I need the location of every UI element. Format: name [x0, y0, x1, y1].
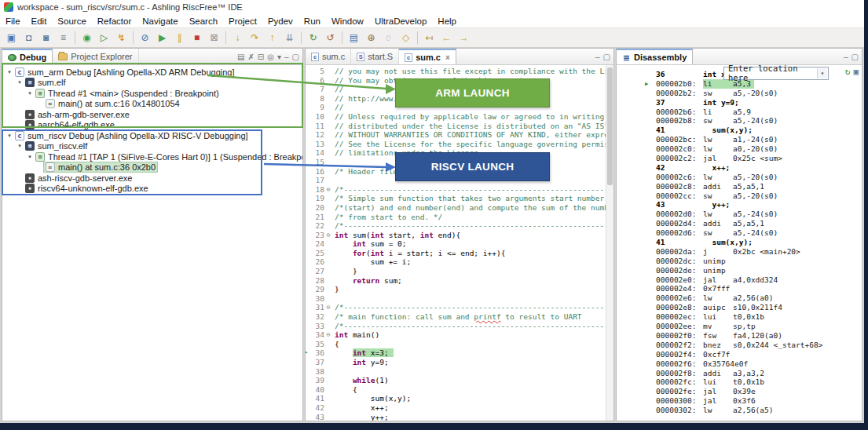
editor-line[interactable]: 27 } — [306, 267, 613, 276]
tab-project-explorer[interactable]: Project Explorer — [53, 49, 138, 64]
editor-line[interactable]: 30 — [306, 294, 613, 304]
editor-tab-start-S[interactable]: Sstart.S — [351, 49, 399, 64]
back-button[interactable]: ← — [438, 30, 455, 46]
disassembly-instruction-row[interactable]: 000002d0:lwa5,-24(s0) — [617, 210, 862, 219]
location-input[interactable]: Enter location here ▾ — [723, 67, 829, 80]
disassembly-instruction-row[interactable]: 000002dc:unimp — [617, 257, 862, 266]
disassembly-instruction-row[interactable]: 000002f8:addia3,a3,2 — [617, 369, 862, 378]
editor-scrollbar[interactable] — [606, 65, 613, 421]
step-return-button[interactable]: ↑ — [264, 30, 280, 46]
menu-file[interactable]: File — [0, 14, 26, 27]
menu-refactor[interactable]: Refactor — [92, 14, 137, 27]
editor-line[interactable]: 12// WITHOUT WARRANTIES OR CONDITIONS OF… — [306, 130, 613, 140]
menu-search[interactable]: Search — [184, 14, 223, 27]
build-button[interactable]: ⊕ — [363, 30, 379, 46]
save-button[interactable]: ◘ — [20, 30, 37, 46]
debug-tree-item[interactable]: ▪aarch64-elf-gdb.exe — [2, 120, 302, 131]
disassembly-instruction-row[interactable]: 00000302:lwa2,56(a5) — [617, 406, 862, 415]
maximize-icon[interactable]: ▢ — [852, 53, 859, 61]
disassembly-instruction-row[interactable]: 000002b6:lia5,9 — [617, 108, 862, 117]
close-icon[interactable]: × — [445, 53, 450, 62]
minimize-icon[interactable]: – — [284, 53, 289, 61]
debug-tree-item[interactable]: ▾▦sum.elf — [2, 78, 302, 89]
fold-collapse-icon[interactable]: ⊖ — [324, 231, 332, 240]
menu-project[interactable]: Project — [223, 14, 262, 27]
editor-line[interactable]: 42 x++; — [306, 403, 613, 413]
debug-tree-item[interactable]: ▾▦sum_riscv.elf — [2, 141, 302, 152]
expander-icon[interactable]: ▾ — [5, 69, 13, 75]
debug-tree-item[interactable]: ≡main() at sum.c:16 0x14801054 — [2, 99, 302, 110]
resume-button[interactable]: ▶ — [154, 30, 170, 46]
disassembly-source-row[interactable]: 41 sum(x,y); — [617, 238, 862, 247]
disassembly-instruction-row[interactable]: 000002e4:0x7fff — [617, 284, 862, 293]
suspend-button[interactable]: ∥ — [171, 30, 188, 46]
restart-button[interactable]: ↻ — [305, 30, 321, 46]
disassembly-instruction-row[interactable]: 000002e0:jala4,0xdd324 — [617, 275, 862, 285]
flash-programmer-button[interactable]: ↯ — [113, 30, 130, 46]
collapse-all-icon[interactable]: ⊟ — [258, 53, 264, 61]
editor-tab-sum-c[interactable]: csum.c× — [399, 49, 456, 64]
editor-line[interactable]: 18⊖/*-----------------------------------… — [306, 185, 613, 195]
forward-button[interactable]: → — [456, 30, 472, 46]
expander-icon[interactable]: ▾ — [26, 90, 34, 97]
editor-line[interactable]: 25 for(int i = start; i <= end; i++){ — [306, 249, 613, 258]
menu-pydev[interactable]: Pydev — [262, 14, 298, 27]
chevron-down-icon[interactable]: ▾ — [817, 68, 827, 78]
disassembly-source-row[interactable]: 42 x++; — [617, 163, 862, 173]
step-over-button[interactable]: ↷ — [247, 30, 263, 46]
fold-collapse-icon[interactable]: ⊖ — [324, 330, 332, 340]
step-into-button[interactable]: ↓ — [229, 30, 246, 46]
editor-line[interactable]: 11// distributed under the License is di… — [306, 122, 613, 131]
menu-edit[interactable]: Edit — [26, 14, 53, 27]
save-all-button[interactable]: ◙ — [38, 30, 54, 46]
disassembly-instruction-row[interactable]: 000002f2:bnezs0,0x244 <_start+68> — [617, 341, 862, 350]
debug-tree-item[interactable]: ▪ash-riscv-gdb-server.exe — [2, 173, 302, 184]
menu-help[interactable]: Help — [432, 14, 462, 27]
disassembly-instruction-row[interactable]: 000002f0:fswfa4,120(a0) — [617, 331, 862, 341]
disassembly-instruction-row[interactable]: 000002ec:luit0,0x1b — [617, 312, 862, 322]
disassembly-instruction-row[interactable]: 000002c8:addia5,a5,1 — [617, 182, 862, 191]
disassembly-instruction-row[interactable]: 000002c6:lwa5,-20(s0) — [617, 173, 862, 182]
expander-icon[interactable]: ▾ — [16, 143, 24, 149]
debug-button[interactable]: ◉ — [79, 30, 95, 46]
editor-line[interactable]: 20/*(start) and end number(end) and comp… — [306, 203, 613, 213]
refresh-icon[interactable]: ↻ — [845, 67, 851, 77]
show-type-names-icon[interactable]: ▤ — [237, 53, 244, 61]
editor-line[interactable]: 39 while(1) — [306, 376, 613, 385]
link-with-active-context-icon[interactable]: ▣ — [853, 67, 859, 77]
editor-line[interactable]: 21/* from start to end. */ — [306, 213, 613, 222]
editor-line[interactable]: 43 y++; — [306, 413, 613, 421]
menu-ultradevelop[interactable]: UltraDevelop — [369, 14, 432, 27]
instruction-stepping-button[interactable]: ⇊ — [281, 30, 298, 46]
last-edit-location-button[interactable]: ↤ — [421, 30, 438, 46]
disassembly-source-row[interactable]: 37int y=9; — [617, 98, 862, 108]
disconnect-button[interactable]: ⊠ — [206, 30, 222, 46]
tab-disassembly[interactable]: ≣ Disassembly — [617, 49, 693, 64]
menu-window[interactable]: Window — [326, 14, 369, 27]
editor-line[interactable]: 33/*------------------------------------… — [306, 322, 613, 331]
disassembly-instruction-row[interactable]: 000002f4:0xcf7f — [617, 350, 862, 359]
fold-collapse-icon[interactable]: ⊖ — [324, 185, 332, 195]
disassembly-instruction-row[interactable]: 000002b2:swa5,-20(s0) — [617, 89, 862, 98]
maximize-icon[interactable]: ▢ — [292, 53, 299, 61]
terminate-button[interactable]: ■ — [189, 30, 205, 46]
expander-icon[interactable]: ▾ — [5, 133, 13, 139]
editor-line[interactable]: 37 int y=9; — [306, 358, 613, 367]
disassembly-instruction-row[interactable]: 000002cc:swa5,-20(s0) — [617, 191, 862, 201]
remove-all-terminated-icon[interactable]: ✗ — [247, 53, 254, 61]
editor-line[interactable]: 31⊖/*-----------------------------------… — [306, 303, 613, 312]
disassembly-instruction-row[interactable]: 000002ee:mvsp,tp — [617, 322, 862, 331]
menu-run[interactable]: Run — [298, 14, 326, 27]
disassembly-source-row[interactable]: 41 sum(x,y); — [617, 126, 862, 135]
disassembly-instruction-row[interactable]: 000002fc:luit0,0x1b — [617, 377, 862, 387]
debug-tree-item[interactable]: ▾csum_arm Debug [Ashling Opella-XD ARM D… — [2, 67, 302, 78]
disassembly-instruction-row[interactable]: 000002fe:jal0x39e — [617, 387, 862, 396]
editor-line[interactable]: ▶36 int x=3; — [306, 348, 613, 358]
editor-line[interactable]: 19/* Simple sum function that takes two … — [306, 194, 613, 203]
editor-line[interactable]: 5// you may not use this file except in … — [306, 67, 613, 76]
disassembly-instruction-row[interactable]: 000002d4:addia5,a5,1 — [617, 219, 862, 228]
disassembly-instruction-row[interactable]: 00000300:jal0x3f6 — [617, 396, 862, 406]
editor-line[interactable]: 24 int sum = 0; — [306, 239, 613, 249]
editor-line[interactable]: 32/* main function: call sum and printf … — [306, 312, 613, 322]
editor-line[interactable]: 29} — [306, 285, 613, 294]
